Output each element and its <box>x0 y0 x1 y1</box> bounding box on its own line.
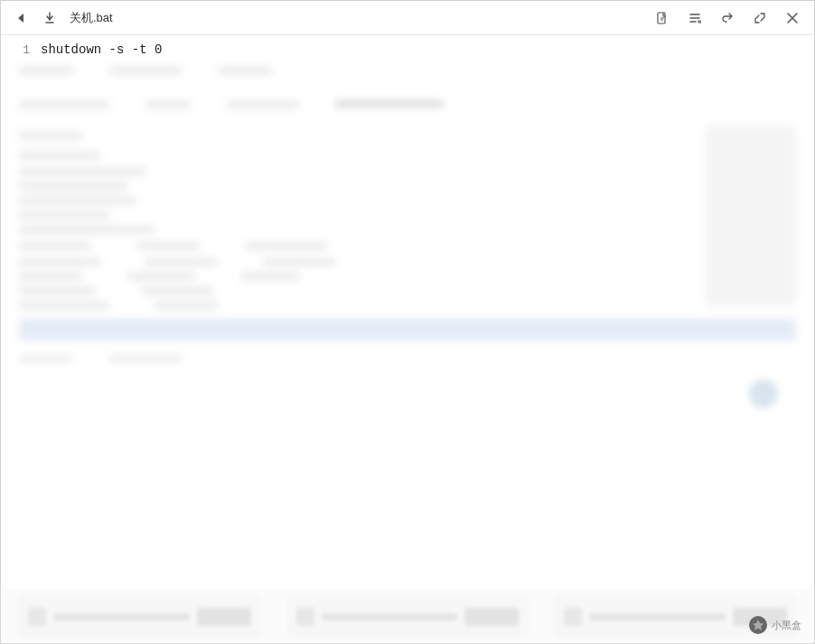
close-button[interactable] <box>778 5 807 31</box>
bottom-card-2 <box>287 596 529 637</box>
main-window: 关机.bat <box>0 0 815 644</box>
card-btn-1 <box>197 608 251 626</box>
line-number-1: 1 <box>8 43 30 57</box>
window-title: 关机.bat <box>70 10 113 26</box>
title-bar-left: 关机.bat <box>8 5 113 31</box>
svg-marker-2 <box>753 620 763 630</box>
card-icon-1 <box>28 608 46 626</box>
bottom-bar <box>1 589 814 643</box>
list-button[interactable] <box>680 5 709 31</box>
share-button[interactable] <box>713 5 742 31</box>
card-btn-2 <box>464 608 519 626</box>
new-file-button[interactable] <box>648 5 677 31</box>
pin-icon[interactable] <box>37 5 62 31</box>
card-text-1 <box>53 613 190 621</box>
watermark-icon <box>749 616 767 634</box>
background-blur <box>1 35 814 589</box>
editor-area[interactable]: 1 shutdown -s -t 0 <box>1 35 814 589</box>
card-icon-3 <box>564 608 582 626</box>
title-bar-actions <box>648 5 807 31</box>
card-icon-2 <box>296 608 314 626</box>
expand-button[interactable] <box>745 5 774 31</box>
watermark: 小黑盒 <box>749 616 801 634</box>
card-text-2 <box>322 613 458 621</box>
bottom-card-1 <box>19 596 260 637</box>
title-bar: 关机.bat <box>1 1 814 35</box>
back-icon[interactable] <box>8 5 33 31</box>
line-content-1: shutdown -s -t 0 <box>41 42 162 57</box>
card-text-3 <box>589 613 726 621</box>
watermark-text: 小黑盒 <box>772 619 801 632</box>
editor-content[interactable]: 1 shutdown -s -t 0 <box>1 35 814 70</box>
code-line-1: 1 shutdown -s -t 0 <box>1 42 814 62</box>
